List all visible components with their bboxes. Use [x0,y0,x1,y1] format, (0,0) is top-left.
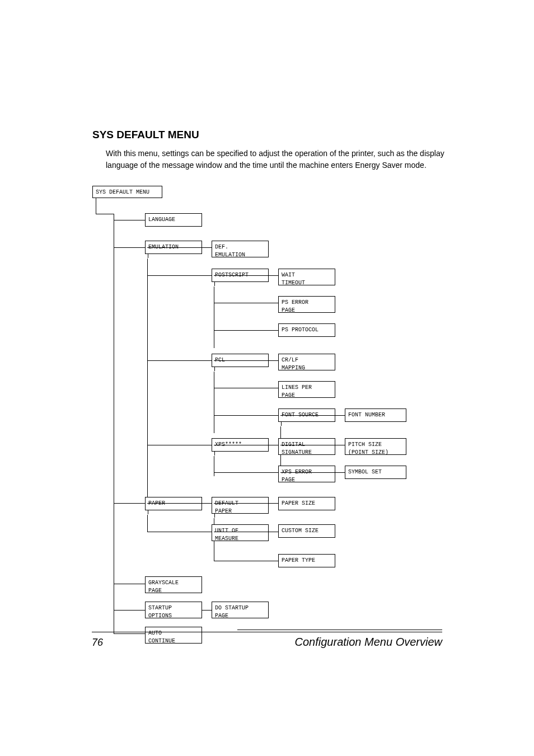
menu-box-root: SYS DEFAULT MENU [92,186,162,198]
menu-box-ps-error: PS ERROR PAGE [278,296,335,313]
menu-box-custom-size: CUSTOM SIZE [278,524,335,538]
menu-box-paper-type: PAPER TYPE [278,554,335,567]
menu-box-unit-measure: UNIT OF MEASURE [212,524,269,541]
page-footer: 76 Configuration Menu Overview [92,630,442,649]
menu-box-language: LANGUAGE [145,213,202,227]
menu-box-digital-sig: DIGITAL SIGNATURE [278,438,335,455]
menu-box-def-emu: DEF. EMULATION [212,241,269,257]
menu-tree-diagram: SYS DEFAULT MENU LANGUAGE EMULATION PAPE… [92,186,451,644]
menu-box-symbol-set: SYMBOL SET [345,466,406,479]
menu-box-xps-error: XPS ERROR PAGE [278,466,335,482]
menu-box-wait-timeout: WAIT TIMEOUT [278,269,335,285]
menu-box-ps-protocol: PS PROTOCOL [278,323,335,337]
footer-title: Configuration Menu Overview [295,636,442,649]
page-number: 76 [92,637,103,649]
section-heading: SYS DEFAULT MENU [92,129,444,141]
menu-box-startup: STARTUP OPTIONS [145,602,202,618]
menu-box-crlf: CR/LF MAPPING [278,354,335,370]
menu-box-paper: PAPER [145,497,202,510]
menu-box-font-number: FONT NUMBER [345,408,406,422]
menu-box-do-startup: DO STARTUP PAGE [212,602,269,618]
menu-box-default-paper: DEFAULT PAPER [212,497,269,514]
menu-box-grayscale: GRAYSCALE PAGE [145,576,202,593]
menu-box-lines-per-page: LINES PER PAGE [278,381,335,398]
menu-box-paper-size: PAPER SIZE [278,497,335,510]
menu-box-pitch-size: PITCH SIZE (POINT SIZE) [345,438,406,455]
body-paragraph: With this menu, settings can be specifie… [106,148,444,171]
